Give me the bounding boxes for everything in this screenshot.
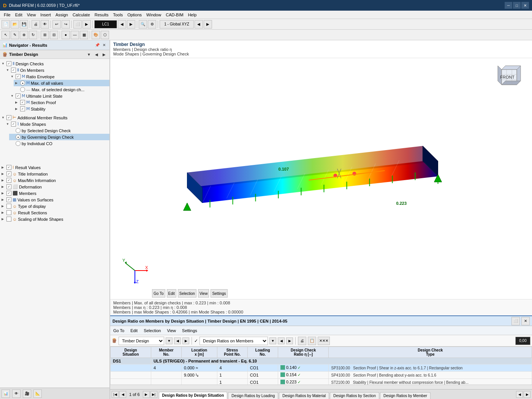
by-governing-label[interactable]: by Governing Design Check (22, 135, 74, 139)
module-next-btn[interactable]: ▶ (101, 51, 107, 57)
module-dropdown-expand[interactable]: ▼ (166, 337, 173, 344)
menu-item-insert[interactable]: Insert (38, 12, 53, 18)
radio-by-individual[interactable] (16, 141, 21, 146)
menu-item-help[interactable]: Help (186, 12, 199, 18)
chk-mode-shapes[interactable] (11, 122, 16, 127)
check-next[interactable]: ▶ (286, 337, 293, 344)
chk-stability[interactable] (20, 106, 25, 111)
tb2-1[interactable]: ↖ (2, 31, 10, 39)
nav-by-governing[interactable]: by Governing Design Check (9, 134, 109, 140)
tb-coord-prev[interactable]: ◀ (195, 20, 203, 28)
tab-prev-btn[interactable]: ◀ (516, 391, 523, 398)
results-table-container[interactable]: DesignSituation MemberNo. Locationx [m] … (110, 347, 532, 385)
nav-by-individual[interactable]: by Individual CO (9, 140, 109, 147)
nav-result-sections[interactable]: ▶ ☺ Result Sections (0, 209, 109, 216)
menu-item-assign[interactable]: Assign (53, 12, 70, 18)
type-display-label[interactable]: Type of display (18, 204, 46, 209)
menu-item-window[interactable]: Window (144, 12, 163, 18)
results-selection[interactable]: Selection (142, 328, 162, 334)
nav-max-all-values[interactable]: ▶ Ⅿ Max. of all values (14, 80, 109, 86)
nav-bottom-btn4[interactable]: 📐 (33, 390, 42, 398)
nav-by-selected[interactable]: by Selected Design Check (9, 127, 109, 134)
module-prev-btn[interactable]: ◀ (93, 51, 100, 57)
tb-next-lc[interactable]: ▶ (127, 20, 135, 28)
design-checks-label[interactable]: Design Checks (16, 62, 44, 66)
view-edit-btn[interactable]: Edit (167, 289, 176, 298)
results-tb-print[interactable]: 🖨 (298, 337, 306, 345)
chk-result-values[interactable] (6, 165, 11, 170)
nav-pin-button[interactable]: 📌 (94, 42, 100, 48)
chk-values-surfaces[interactable] (6, 197, 11, 202)
tb-redo-button[interactable]: ↪ (62, 20, 70, 28)
tb-save-button[interactable]: 💾 (20, 20, 28, 28)
tb-lc-dropdown[interactable]: LC1 (94, 20, 117, 28)
scaling-label[interactable]: Scaling of Mode Shapes (18, 217, 63, 222)
tab-design-ratios-loading[interactable]: Design Ratios by Loading (228, 392, 278, 399)
check-prev[interactable]: ◀ (278, 337, 285, 344)
tb-undo-button[interactable]: ↩ (52, 20, 61, 28)
nav-on-members[interactable]: ▼ Ⅱ On Members (5, 67, 109, 73)
nav-design-checks[interactable]: ▼ Ⅱ Design Checks (0, 60, 109, 67)
col-header-ds[interactable]: DesignSituation (111, 347, 151, 358)
menu-item-results[interactable]: Results (92, 12, 111, 18)
tab-design-ratios-section[interactable]: Design Ratios by Section (330, 392, 379, 399)
view-settings-btn[interactable]: Settings (211, 289, 227, 298)
tab-design-ratios-material[interactable]: Design Ratios by Material (279, 392, 329, 399)
table-row[interactable]: 9.000 ¹₂ 1 CO1 0.154 ✓ SP4100.00 Section… (111, 372, 532, 379)
maxmin-label[interactable]: Max/Min Information (18, 178, 56, 183)
nav-deformation[interactable]: ▶ ⬜ Deformation (0, 184, 109, 190)
nav-stability[interactable]: ▶ Ⅿ Stability (14, 106, 109, 112)
nav-section-proof[interactable]: ▶ Ⅿ Section Proof (14, 99, 109, 106)
title-info-label[interactable]: Title Information (18, 172, 48, 176)
results-close-btn[interactable]: ✕ (521, 317, 530, 325)
nav-uls[interactable]: ▼ Ⅿ Ultimate Limit State (9, 93, 109, 99)
chk-design-checks[interactable] (6, 61, 11, 66)
check-selector[interactable]: Design Ratios on Members (200, 337, 268, 345)
radio-max-selected[interactable] (20, 87, 25, 92)
additional-label[interactable]: Additional Member Results (17, 116, 67, 120)
module-selector[interactable]: Timber Design (119, 337, 164, 345)
nav-max-selected[interactable]: — Max. of selected design ch... (14, 86, 109, 93)
tb2-wire[interactable]: ⬡ (101, 31, 109, 39)
results-settings[interactable]: Settings (180, 328, 199, 334)
radio-by-governing[interactable] (16, 135, 21, 139)
col-header-member[interactable]: MemberNo. (151, 347, 181, 358)
view-view-btn[interactable]: View (198, 289, 209, 298)
result-values-label[interactable]: Result Values (15, 165, 41, 170)
nav-result-values[interactable]: ▶ ⁞ Result Values (0, 164, 109, 171)
module-dropdown-btn[interactable]: ▼ (86, 51, 92, 57)
nav-title-info[interactable]: ▶ ☺ Title Information (0, 171, 109, 177)
module-prev[interactable]: ◀ (174, 337, 181, 344)
tab-next-btn[interactable]: ▶ (524, 391, 530, 398)
tb-zoom-button[interactable]: 🔍 (139, 20, 147, 28)
chk-type-display[interactable] (6, 204, 11, 209)
by-selected-label[interactable]: by Selected Design Check (22, 128, 71, 133)
results-restore-btn[interactable]: ⬜ (511, 317, 520, 325)
radio-max-all[interactable] (20, 81, 25, 86)
result-sections-label[interactable]: Result Sections (18, 211, 47, 215)
chk-scaling-mode-shapes[interactable] (6, 217, 11, 222)
tab-design-ratios-member[interactable]: Design Ratios by Member (380, 392, 431, 399)
menu-item-options[interactable]: Options (125, 12, 144, 18)
view-selection-btn[interactable]: Selection (178, 289, 196, 298)
tb2-surface[interactable]: ▦ (80, 31, 88, 39)
results-edit[interactable]: Edit (129, 328, 139, 334)
ratio-envelope-label[interactable]: Ratio Envelope (26, 74, 55, 79)
chk-members[interactable] (6, 191, 11, 196)
uls-label[interactable]: Ultimate Limit State (26, 94, 62, 98)
scroll-area[interactable] (110, 385, 532, 389)
stability-label[interactable]: Stability (31, 107, 46, 111)
radio-by-selected[interactable] (16, 128, 21, 133)
chk-maxmin-info[interactable] (6, 178, 11, 183)
menu-item-edit[interactable]: Edit (13, 12, 25, 18)
tb2-grid[interactable]: ⊟ (50, 31, 58, 39)
check-dropdown-expand[interactable]: ▼ (269, 337, 276, 344)
page-last-btn[interactable]: ▶| (150, 391, 157, 398)
results-tb-xxx[interactable]: ✕✕✕ (318, 337, 330, 345)
menu-item-file[interactable]: File (2, 12, 13, 18)
tb-run-button[interactable]: ▶ (82, 20, 91, 28)
table-row[interactable]: 1 CO1 0.223 ✓ ST2100.00 Stability | Flex… (111, 379, 532, 385)
tb2-3[interactable]: ⊕ (20, 31, 28, 39)
results-tb-copy[interactable]: 📋 (308, 337, 316, 345)
menu-item-tools[interactable]: Tools (111, 12, 125, 18)
